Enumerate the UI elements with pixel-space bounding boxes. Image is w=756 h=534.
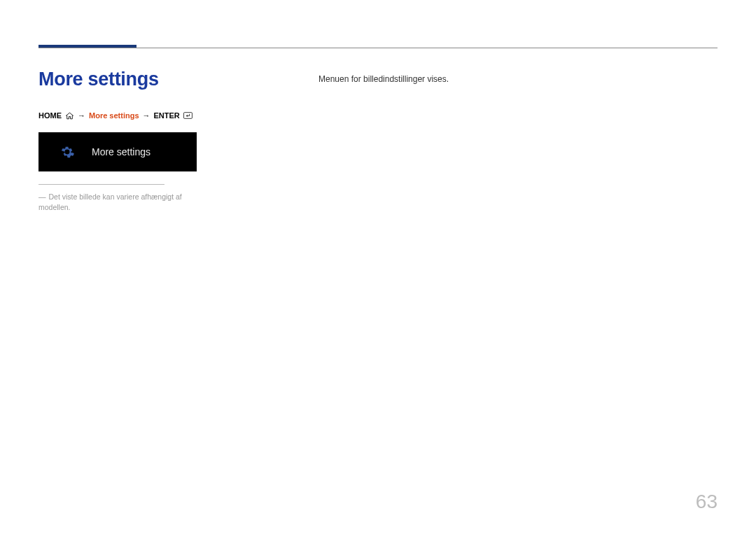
section-heading: More settings: [38, 69, 200, 90]
left-column: More settings HOME → More settings → ENT…: [38, 69, 200, 506]
home-icon: [65, 112, 74, 120]
right-column: Menuen for billedindstillinger vises.: [318, 69, 718, 506]
breadcrumb-arrow-2: →: [143, 111, 150, 120]
footnote-text: Det viste billede kan variere afhængigt …: [38, 192, 182, 211]
footnote-divider: [38, 184, 164, 185]
page-number: 63: [696, 491, 718, 513]
breadcrumb-home: HOME: [38, 111, 62, 120]
footnote: ―Det viste billede kan variere afhængigt…: [38, 192, 200, 212]
enter-icon: [183, 112, 192, 120]
settings-tile: More settings: [38, 132, 197, 171]
content-area: More settings HOME → More settings → ENT…: [38, 69, 718, 506]
tile-label: More settings: [92, 146, 150, 157]
footnote-dash: ―: [38, 192, 46, 201]
svg-rect-0: [183, 113, 192, 119]
body-text: Menuen for billedindstillinger vises.: [318, 74, 718, 84]
header-rule: [38, 48, 718, 48]
breadcrumb-current: More settings: [89, 111, 139, 120]
breadcrumb-arrow-1: →: [78, 111, 85, 120]
document-page: More settings HOME → More settings → ENT…: [0, 0, 756, 534]
breadcrumb-enter: ENTER: [154, 111, 180, 120]
gear-icon: [59, 144, 75, 160]
breadcrumb: HOME → More settings → ENTER: [38, 111, 200, 120]
